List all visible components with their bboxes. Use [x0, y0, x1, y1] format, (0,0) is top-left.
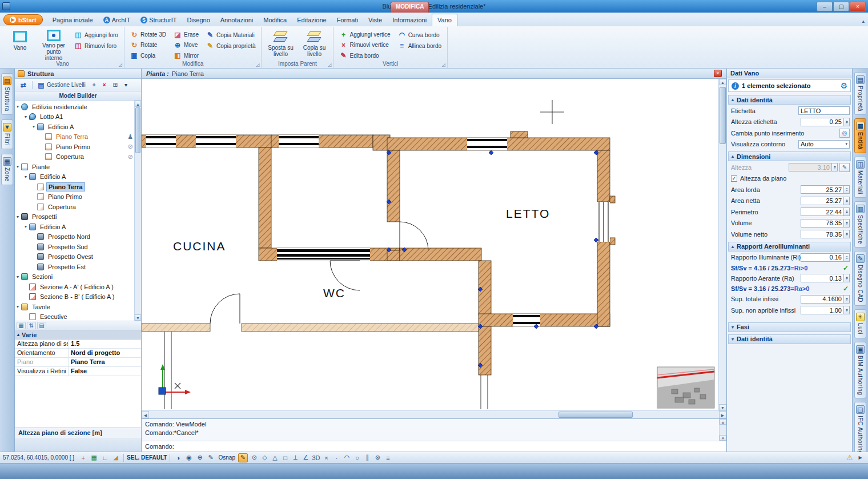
dialog-launcher-icon[interactable]: ◿	[328, 62, 331, 67]
erase-button[interactable]: ◪ Erase	[171, 30, 202, 39]
tree-item-piante-piano-primo[interactable]: Piano Primo	[15, 192, 134, 202]
side-tab-proprieta[interactable]: ▤ Proprietà	[854, 72, 866, 115]
rapporto-aerante-input[interactable]: 0.13	[801, 274, 844, 282]
vano-per-punto-interno-button[interactable]: Vano per punto interno	[38, 28, 70, 61]
delete-button[interactable]: ×	[101, 81, 108, 89]
copia-su-livello-button[interactable]: Copia su livello	[298, 28, 330, 61]
cambia-punto-button[interactable]: ◎	[839, 129, 850, 138]
section-dimensioni[interactable]: ▴ Dimensioni	[728, 151, 851, 161]
tree-item-piante-edificio-a[interactable]: Edificio A	[15, 172, 134, 182]
property-pages-icon[interactable]: ▤	[37, 322, 46, 329]
osnap-settings-icon[interactable]: ≡	[383, 453, 393, 462]
prop-visualizza-retini[interactable]: Visualizza i Retini pe False	[15, 367, 141, 376]
tree-item-prospetto-nord[interactable]: Prospetto Nord	[15, 232, 134, 242]
titlebar[interactable]: Blumatica Bim - Edilizia residenziale* M…	[0, 0, 868, 13]
gestione-livelli-button[interactable]: ▤ Gestione Livelli	[35, 80, 88, 90]
scrollbar-thumb[interactable]	[720, 87, 726, 144]
tab-disegno[interactable]: Disegno	[182, 14, 215, 26]
zoom-icon[interactable]: ⊕	[195, 453, 204, 462]
tab-structurit[interactable]: S StructurIT	[135, 14, 182, 26]
rotate-button[interactable]: ↻ Rotate	[127, 40, 169, 50]
tree-item-piante-copertura[interactable]: Copertura	[15, 202, 134, 212]
rimuovi-foro-button[interactable]: ◫ Rimuovi foro	[71, 41, 121, 51]
volume-input[interactable]: 78.35	[801, 219, 844, 227]
property-category[interactable]: ▴ Varie	[15, 330, 141, 340]
section-dati-identita[interactable]: ▴ Dati identità	[728, 95, 851, 105]
command-console[interactable]: Comando: ViewModel Comando:*Cancel* Coma…	[142, 418, 726, 452]
quick-edit-icon[interactable]: ✎	[206, 453, 215, 462]
tab-viste[interactable]: Viste	[363, 14, 387, 26]
canvas-vertical-scrollbar[interactable]: ▲ ▼	[718, 79, 726, 410]
copia-proprieta-button[interactable]: ✎ Copia proprietà	[203, 41, 258, 51]
polar-icon[interactable]: ◢	[111, 453, 120, 462]
tab-modifica[interactable]: Modifica	[258, 14, 292, 26]
view-close-button[interactable]: ×	[714, 70, 722, 77]
osnap-angle-icon[interactable]: ∠	[301, 453, 311, 462]
ribbon-collapse-icon[interactable]: ▴	[862, 18, 865, 24]
maximize-button[interactable]: ▢	[833, 2, 849, 11]
mirror-button[interactable]: ◧ Mirror	[171, 51, 202, 61]
tree-item-prospetto-sud[interactable]: Prospetto Sud	[15, 242, 134, 252]
canvas-horizontal-scrollbar[interactable]: ◀ ▶	[142, 410, 726, 418]
tab-informazioni[interactable]: Informazioni	[387, 14, 432, 26]
walls[interactable]	[142, 131, 615, 375]
scroll-right-icon[interactable]: ▶	[719, 411, 726, 418]
spinner[interactable]	[844, 253, 850, 262]
aggiungi-vertice-button[interactable]: + Aggiungi vertice	[336, 30, 393, 39]
spinner[interactable]	[844, 207, 850, 216]
allinea-bordo-button[interactable]: ≡ Allinea bordo	[395, 41, 444, 51]
view-title-bar[interactable]: Pianta : Piano Terra ×	[142, 69, 726, 79]
etichetta-input[interactable]: LETTO	[798, 106, 850, 115]
scroll-up-icon[interactable]: ▲	[719, 79, 726, 85]
tree-item-piante[interactable]: Piante	[15, 162, 134, 172]
tab-pagina-iniziale[interactable]: Pagina iniziale	[47, 14, 98, 26]
side-tab-specifiche[interactable]: ▥ Specifiche	[854, 201, 866, 248]
spinner[interactable]	[844, 118, 850, 126]
side-tab-ifc-authoring[interactable]: ▢ IFC Authoring	[854, 402, 866, 458]
scroll-left-icon[interactable]: ◀	[142, 411, 149, 418]
perimetro-input[interactable]: 22.44	[801, 207, 844, 216]
osnap-center-icon[interactable]: ⊙	[250, 453, 259, 462]
osnap-node-icon[interactable]: ∙	[332, 453, 341, 462]
osnap-endpoint-icon[interactable]: □	[280, 453, 290, 462]
tree-scrollbar[interactable]: ▲ ▼	[134, 101, 141, 321]
area-lorda-input[interactable]: 25.27	[801, 185, 844, 194]
rotate-3d-button[interactable]: ↻ Rotate 3D	[127, 30, 169, 39]
tree-item-esecutive[interactable]: Esecutive	[15, 312, 134, 322]
prop-altezza-piano-di-sezione[interactable]: Altezza piano di sezi 1.5	[15, 340, 141, 349]
tree-item-copertura[interactable]: Copertura	[15, 152, 134, 162]
aggiungi-foro-button[interactable]: ◫ Aggiungi foro	[71, 30, 121, 40]
tab-formati[interactable]: Formati	[332, 14, 363, 26]
prop-piano[interactable]: Piano Piano Terra	[15, 358, 141, 367]
spinner[interactable]	[844, 197, 850, 205]
curva-bordo-button[interactable]: ◠ Curva bordo	[395, 30, 444, 40]
expand-status-icon[interactable]: ▶	[855, 453, 865, 462]
sup-non-apribile-input[interactable]: 1.00	[801, 306, 844, 314]
expand-arrow-icon[interactable]	[15, 274, 21, 280]
command-input[interactable]: Comando:	[142, 441, 726, 452]
expand-arrow-icon[interactable]	[31, 124, 37, 129]
bstart-button[interactable]: ▶ bStart	[3, 14, 43, 25]
spinner[interactable]	[844, 306, 850, 314]
tree-item-sezione-b[interactable]: Sezione B - B' ( Edificio A )	[15, 292, 134, 302]
area-netta-input[interactable]: 25.27	[801, 197, 844, 205]
coord-tracking-icon[interactable]: +	[78, 453, 88, 462]
side-tab-bim-authoring[interactable]: ▣ BIM Authoring	[854, 342, 866, 398]
scrollbar-thumb[interactable]	[135, 107, 140, 153]
refresh-button[interactable]: ⇄	[17, 80, 30, 90]
display-order-icon[interactable]: ◑	[173, 453, 183, 462]
warning-icon[interactable]: ⚠	[846, 453, 853, 462]
expand-arrow-icon[interactable]	[15, 104, 21, 109]
light-walls[interactable]	[142, 324, 479, 332]
tree-item-piante-piano-terra[interactable]: Piano Terra	[15, 182, 134, 192]
scroll-up-icon[interactable]: ▲	[135, 101, 141, 107]
dropdown-icon[interactable]: ▾	[122, 81, 130, 89]
volume-netto-input[interactable]: 78.35	[801, 230, 844, 238]
ortho-icon[interactable]: ∟	[100, 453, 110, 462]
selection-mode-label[interactable]: SEL. DEFAULT	[127, 454, 167, 461]
tree-item-prospetti[interactable]: Prospetti	[15, 212, 134, 222]
tree-item-prospetto-ovest[interactable]: Prospetto Ovest	[15, 252, 134, 262]
tab-archit[interactable]: A ArchIT	[98, 14, 135, 26]
scrollbar-thumb[interactable]	[558, 412, 633, 418]
side-tab-struttura[interactable]: ▤ Struttura	[1, 73, 13, 115]
